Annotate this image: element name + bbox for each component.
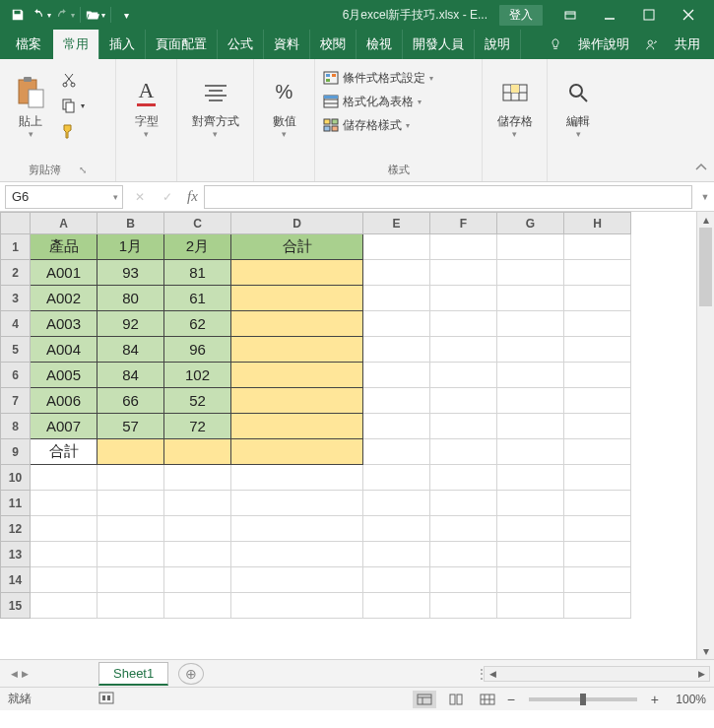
svg-rect-25 <box>332 119 338 124</box>
svg-rect-11 <box>66 102 74 112</box>
format-painter-button[interactable] <box>57 120 89 142</box>
tab-nav-icon[interactable]: ◀▶ <box>0 669 39 679</box>
tab-insert[interactable]: 插入 <box>99 30 146 59</box>
formula-bar: G6▾ ✕ ✓ fx ▼ <box>0 182 714 212</box>
svg-point-4 <box>648 40 652 44</box>
svg-point-33 <box>570 85 582 97</box>
tell-me[interactable]: 操作說明 <box>568 35 639 53</box>
svg-rect-26 <box>324 126 330 131</box>
svg-rect-0 <box>565 12 575 19</box>
svg-rect-3 <box>644 10 654 20</box>
tab-view[interactable]: 檢視 <box>357 30 403 59</box>
styles-group-label: 樣式 <box>388 163 410 177</box>
spreadsheet-grid: ABCDEFGH1產品1月2月合計2A00193813A00280614A003… <box>0 212 714 659</box>
status-ready: 就緒 <box>8 691 32 707</box>
font-group-button[interactable]: A 字型 ▾ <box>120 63 172 148</box>
view-normal-icon[interactable] <box>413 691 436 708</box>
titlebar: ▾ ▾ ▾ ▾ 6月excel新手技巧.xlsx - E... 登入 <box>0 0 714 30</box>
save-icon[interactable] <box>6 3 30 27</box>
add-sheet-button[interactable]: ⊕ <box>178 663 204 685</box>
lightbulb-icon[interactable] <box>543 37 568 51</box>
horizontal-scrollbar[interactable]: ◀ ▶ <box>484 666 710 682</box>
view-page-break-icon[interactable] <box>476 691 499 708</box>
tab-help[interactable]: 說明 <box>475 30 521 59</box>
worksheet[interactable]: ABCDEFGH1產品1月2月合計2A00193813A00280614A003… <box>0 212 631 619</box>
zoom-in-button[interactable]: + <box>651 692 659 707</box>
scroll-right-icon[interactable]: ▶ <box>693 669 709 679</box>
fx-cancel-icon[interactable]: ✕ <box>126 185 154 209</box>
svg-rect-24 <box>324 119 330 124</box>
tab-review[interactable]: 校閱 <box>310 30 357 59</box>
cell-styles-button[interactable]: 儲存格樣式▾ <box>319 114 414 136</box>
scroll-up-icon[interactable]: ▴ <box>697 212 714 228</box>
scroll-down-icon[interactable]: ▾ <box>697 643 714 659</box>
window-title: 6月excel新手技巧.xlsx - E... <box>343 7 487 24</box>
clipboard-dialog-launcher[interactable]: ⤡ <box>79 165 87 175</box>
share-button[interactable]: 共用 <box>665 35 714 53</box>
scroll-left-icon[interactable]: ◀ <box>485 669 500 679</box>
cut-button[interactable] <box>57 69 89 91</box>
svg-rect-42 <box>457 695 462 704</box>
zoom-slider[interactable] <box>529 697 637 701</box>
close-icon[interactable] <box>669 1 708 29</box>
vertical-scrollbar[interactable]: ▴ ▾ <box>696 212 714 659</box>
svg-rect-38 <box>418 695 431 704</box>
svg-rect-27 <box>332 126 338 131</box>
svg-rect-17 <box>326 74 330 77</box>
macro-record-icon[interactable] <box>98 691 114 707</box>
login-button[interactable]: 登入 <box>499 5 543 26</box>
cells-group-button[interactable]: 儲存格 ▾ <box>487 63 543 148</box>
formula-input[interactable] <box>204 185 692 209</box>
share-icon[interactable] <box>639 37 665 51</box>
copy-button[interactable]: ▾ <box>57 95 89 116</box>
fx-icon[interactable]: fx <box>187 188 198 205</box>
zoom-level[interactable]: 100% <box>667 693 706 706</box>
format-as-table-button[interactable]: 格式化為表格▾ <box>319 91 425 112</box>
svg-line-34 <box>581 96 587 101</box>
svg-rect-6 <box>24 77 32 82</box>
minimize-icon[interactable] <box>590 1 629 29</box>
sheet-tabs-bar: ◀▶ Sheet1 ⊕ ⋮ ◀ ▶ <box>0 659 714 687</box>
vscroll-thumb[interactable] <box>699 228 712 306</box>
name-box[interactable]: G6▾ <box>5 185 123 209</box>
tab-file[interactable]: 檔案 <box>4 30 53 59</box>
svg-rect-18 <box>332 74 336 77</box>
maximize-icon[interactable] <box>629 1 669 29</box>
svg-rect-16 <box>324 72 338 84</box>
tab-home[interactable]: 常用 <box>53 30 99 59</box>
tab-layout[interactable]: 頁面配置 <box>146 30 218 59</box>
ribbon: 貼上 ▾ ▾ 剪貼簿⤡ A 字型 ▾ 對齊方式 ▾ <box>0 59 714 182</box>
clipboard-group-label: 剪貼簿 <box>29 163 61 177</box>
svg-rect-41 <box>450 695 455 704</box>
status-bar: 就緒 − + 100% <box>0 687 714 710</box>
zoom-out-button[interactable]: − <box>507 692 515 707</box>
ribbon-display-icon[interactable] <box>551 1 590 29</box>
tab-developer[interactable]: 開發人員 <box>403 30 475 59</box>
svg-rect-23 <box>324 96 338 99</box>
menu-bar: 檔案 常用 插入 頁面配置 公式 資料 校閱 檢視 開發人員 說明 操作說明 共… <box>0 30 714 59</box>
editing-group-button[interactable]: 編輯 ▾ <box>552 63 605 148</box>
open-icon[interactable]: ▾ <box>84 3 107 27</box>
alignment-group-button[interactable]: 對齊方式 ▾ <box>181 63 249 148</box>
tab-formula[interactable]: 公式 <box>218 30 264 59</box>
tab-data[interactable]: 資料 <box>264 30 310 59</box>
svg-rect-32 <box>511 85 519 93</box>
customize-qat-icon[interactable]: ▾ <box>114 3 138 27</box>
redo-icon[interactable]: ▾ <box>53 3 77 27</box>
sheet-tab-1[interactable]: Sheet1 <box>98 662 168 686</box>
expand-formula-bar-icon[interactable]: ▼ <box>696 192 714 202</box>
svg-rect-35 <box>99 693 113 703</box>
svg-rect-36 <box>102 695 105 700</box>
collapse-ribbon-icon[interactable] <box>694 161 708 177</box>
undo-icon[interactable]: ▾ <box>30 3 53 27</box>
paste-button[interactable]: 貼上 ▾ <box>4 63 57 148</box>
number-group-button[interactable]: % 數值 ▾ <box>258 63 310 148</box>
conditional-format-button[interactable]: 條件式格式設定▾ <box>319 67 437 89</box>
svg-rect-7 <box>29 90 43 107</box>
fx-enter-icon[interactable]: ✓ <box>154 185 181 209</box>
svg-rect-19 <box>326 79 330 82</box>
view-page-layout-icon[interactable] <box>444 691 468 708</box>
svg-rect-37 <box>107 695 110 700</box>
